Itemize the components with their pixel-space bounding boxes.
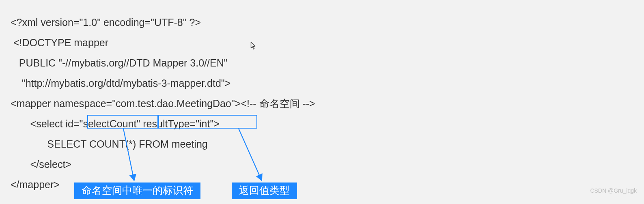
cursor-icon [250,42,256,50]
code-line-3: PUBLIC "-//mybatis.org//DTD Mapper 3.0//… [11,53,633,73]
code-line-8: </select> [11,154,633,174]
code-line-5: <mapper namespace="com.test.dao.MeetingD… [11,93,633,114]
code-line-6: <select id="selectCount" resultType="int… [11,114,633,134]
annotation-label-return-type: 返回值类型 [232,183,297,199]
attribution-text: CSDN @Gru_iqgk [590,180,637,201]
code-line-4: "http://mybatis.org/dtd/mybatis-3-mapper… [11,73,633,93]
code-example-block: <?xml version="1.0" encoding="UTF-8" ?> … [0,0,644,204]
code-line-2: <!DOCTYPE mapper [11,32,633,53]
code-line-1: <?xml version="1.0" encoding="UTF-8" ?> [11,12,633,32]
code-line-7: SELECT COUNT(*) FROM meeting [11,134,633,154]
annotation-label-identifier: 命名空间中唯一的标识符 [74,183,200,199]
